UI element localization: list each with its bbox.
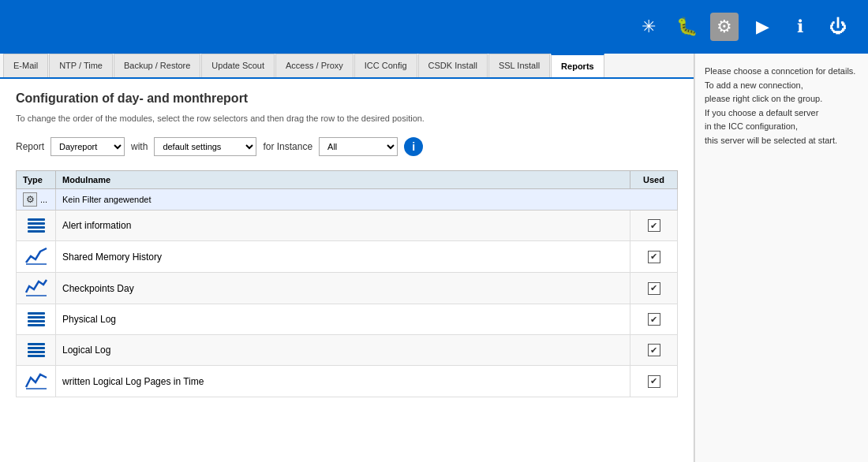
tab-ssl[interactable]: SSL Install <box>488 54 550 77</box>
header: ✳ 🐛 ⚙ ▶ ℹ ⏻ <box>0 0 868 54</box>
instance-select[interactable]: All Instance 1 <box>319 137 398 156</box>
row-type-icon <box>17 241 56 273</box>
report-controls: Report Dayreport Monthreport with defaul… <box>16 137 678 156</box>
tab-reports[interactable]: Reports <box>551 54 604 77</box>
chart-line2-icon <box>24 277 48 297</box>
filter-plus-button[interactable]: ⚙ <box>23 192 37 207</box>
row-type-icon <box>17 273 56 304</box>
table-row: Physical Log ✔ <box>17 304 678 335</box>
settings-select[interactable]: default settings custom settings <box>154 137 256 156</box>
row-type-icon <box>17 211 56 241</box>
checkmark: ✔ <box>650 251 657 262</box>
table-row: written Logical Log Pages in Time ✔ <box>17 366 678 397</box>
used-checkbox[interactable]: ✔ <box>648 313 660 326</box>
info-button[interactable]: i <box>404 137 423 156</box>
content-area: Configuration of day- and monthreport To… <box>0 79 694 462</box>
row-modulname: Alert information <box>56 211 630 241</box>
tab-csdk[interactable]: CSDK Install <box>418 54 488 77</box>
checkmark: ✔ <box>650 221 657 231</box>
page-title: Configuration of day- and monthreport <box>16 91 678 106</box>
right-panel-line5: in the ICC configuration, <box>705 120 859 134</box>
tab-ntp[interactable]: NTP / Time <box>49 54 113 77</box>
bug-icon[interactable]: 🐛 <box>672 13 701 41</box>
filter-icon-cell: ⚙ ... <box>17 189 56 211</box>
row-used[interactable]: ✔ <box>630 335 678 366</box>
used-checkbox[interactable]: ✔ <box>648 282 660 295</box>
report-table: Type Modulname Used ⚙ ... <box>16 170 678 397</box>
with-label: with <box>131 141 148 152</box>
used-checkbox[interactable]: ✔ <box>648 251 660 263</box>
row-used[interactable]: ✔ <box>630 241 678 273</box>
gear-icon[interactable]: ⚙ <box>710 13 739 41</box>
asterisk-icon[interactable]: ✳ <box>634 13 663 41</box>
table-row: Checkpoints Day ✔ <box>17 273 678 304</box>
row-used[interactable]: ✔ <box>630 273 678 304</box>
table-row: Logical Log ✔ <box>17 335 678 366</box>
row-modulname: written Logical Log Pages in Time <box>56 366 630 397</box>
row-modulname: Checkpoints Day <box>56 273 630 304</box>
row-type-icon <box>17 366 56 397</box>
checkmark: ✔ <box>650 345 657 356</box>
filter-text: Kein Filter angewendet <box>56 189 678 211</box>
lines-icon <box>23 308 49 330</box>
used-checkbox[interactable]: ✔ <box>648 219 660 232</box>
checkmark: ✔ <box>650 376 657 386</box>
checkmark: ✔ <box>650 315 657 325</box>
col-type: Type <box>17 171 56 189</box>
row-type-icon <box>17 304 56 335</box>
chart-line3-icon <box>24 370 48 390</box>
used-checkbox[interactable]: ✔ <box>648 375 660 388</box>
right-panel-line6: this server will be selected at start. <box>705 134 859 148</box>
row-type-icon <box>17 335 56 366</box>
checkmark: ✔ <box>650 283 657 293</box>
report-label: Report <box>16 141 44 152</box>
right-panel-line2: To add a new connection, <box>705 79 859 93</box>
row-modulname: Shared Memory History <box>56 241 630 273</box>
for-label: for Instance <box>263 141 312 152</box>
tab-icc[interactable]: ICC Config <box>354 54 417 77</box>
row-modulname: Logical Log <box>56 335 630 366</box>
used-checkbox[interactable]: ✔ <box>648 344 660 356</box>
right-panel-line4: If you choose a default server <box>705 106 859 121</box>
filter-add-area: ⚙ ... <box>23 192 49 207</box>
power-icon[interactable]: ⏻ <box>824 13 852 41</box>
tab-backup[interactable]: Backup / Restore <box>114 54 200 77</box>
tabs-bar: E-Mail NTP / Time Backup / Restore Updat… <box>0 54 694 79</box>
table-row: Shared Memory History ✔ <box>17 241 678 273</box>
info-circle-icon[interactable]: ℹ <box>786 13 814 41</box>
report-select[interactable]: Dayreport Monthreport <box>51 137 125 156</box>
tab-update[interactable]: Update Scout <box>201 54 275 77</box>
right-panel-line3: please right click on the group. <box>705 92 859 106</box>
lines-icon <box>23 214 49 237</box>
col-modulname: Modulname <box>56 171 630 189</box>
row-modulname: Physical Log <box>56 304 630 335</box>
right-panel-line1: Please choose a conncetion for details. <box>705 65 859 79</box>
description-text: To change the order of the modules, sele… <box>16 114 678 123</box>
main-container: E-Mail NTP / Time Backup / Restore Updat… <box>0 54 868 462</box>
tab-access[interactable]: Access / Proxy <box>275 54 354 77</box>
left-panel: E-Mail NTP / Time Backup / Restore Updat… <box>0 54 694 462</box>
row-used[interactable]: ✔ <box>630 211 678 241</box>
tab-email[interactable]: E-Mail <box>3 54 48 77</box>
header-icons: ✳ 🐛 ⚙ ▶ ℹ ⏻ <box>634 13 852 41</box>
row-used[interactable]: ✔ <box>630 304 678 335</box>
row-used[interactable]: ✔ <box>630 366 678 397</box>
col-used: Used <box>630 171 678 189</box>
right-panel: Please choose a conncetion for details. … <box>694 54 868 462</box>
table-row: Alert information ✔ <box>17 211 678 241</box>
chart-line-icon <box>24 245 48 266</box>
filter-row: ⚙ ... Kein Filter angewendet <box>17 189 678 211</box>
lines-icon <box>23 339 49 361</box>
play-icon[interactable]: ▶ <box>748 13 776 41</box>
